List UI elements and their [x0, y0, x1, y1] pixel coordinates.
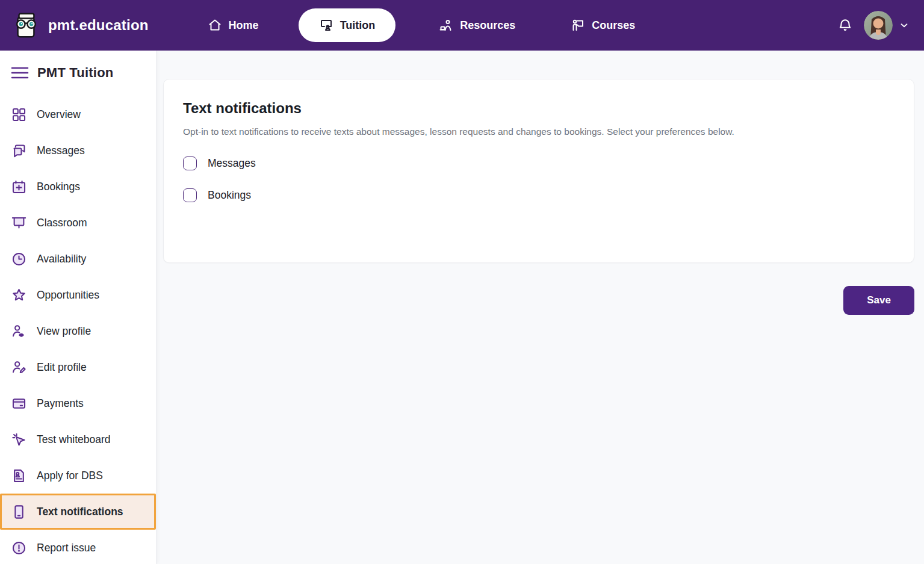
- sidebar-item-opportunities[interactable]: Opportunities: [0, 277, 156, 313]
- sidebar-item-label: View profile: [37, 325, 91, 338]
- sidebar-item-view-profile[interactable]: View profile: [0, 313, 156, 349]
- sidebar-item-apply-for-dbs[interactable]: Apply for DBS: [0, 457, 156, 494]
- chevron-down-icon[interactable]: [899, 20, 910, 31]
- nav-item-courses[interactable]: Courses: [555, 8, 651, 42]
- nav-item-tuition[interactable]: Tuition: [299, 8, 396, 42]
- brand[interactable]: pmt.education: [12, 11, 149, 39]
- sidebar-item-label: Bookings: [37, 181, 80, 193]
- text-notifications-card: Text notifications Opt-in to text notifi…: [163, 79, 914, 263]
- person-laptop-icon: [439, 18, 453, 33]
- grid-icon: [11, 107, 27, 123]
- sidebar-item-classroom[interactable]: Classroom: [0, 205, 156, 241]
- save-button[interactable]: Save: [843, 286, 914, 315]
- sidebar-item-bookings[interactable]: Bookings: [0, 169, 156, 205]
- sidebar-item-availability[interactable]: Availability: [0, 241, 156, 277]
- user-avatar[interactable]: [864, 11, 893, 40]
- nav-item-resources[interactable]: Resources: [423, 8, 531, 42]
- messages-checkbox-row: Messages: [183, 156, 895, 170]
- presenter-board-icon: [571, 18, 585, 33]
- sidebar-item-label: Messages: [37, 144, 85, 157]
- top-navbar: pmt.education Home Tuition Resources: [0, 0, 924, 51]
- sidebar-item-label: Overview: [37, 108, 81, 121]
- sidebar-item-test-whiteboard[interactable]: Test whiteboard: [0, 421, 156, 457]
- sidebar-item-label: Edit profile: [37, 361, 87, 374]
- nav-item-label: Resources: [460, 19, 515, 32]
- page-title: Text notifications: [183, 100, 895, 117]
- chat-bubbles-icon: [11, 143, 27, 159]
- sidebar-item-label: Test whiteboard: [37, 433, 111, 446]
- sidebar-item-label: Classroom: [37, 217, 87, 229]
- save-row: Save: [163, 286, 914, 315]
- sidebar-title: PMT Tuition: [37, 65, 113, 81]
- nav-item-home[interactable]: Home: [192, 8, 274, 42]
- bookings-checkbox-row: Bookings: [183, 188, 895, 202]
- bookings-checkbox-label: Bookings: [208, 189, 251, 202]
- projector-screen-icon: [11, 215, 27, 231]
- main-content: Text notifications Opt-in to text notifi…: [157, 51, 924, 564]
- sidebar-item-label: Text notifications: [37, 506, 123, 518]
- credit-card-icon: [11, 395, 27, 412]
- cursor-sparkle-icon: [11, 432, 27, 448]
- bookings-checkbox[interactable]: [183, 188, 197, 202]
- sidebar-item-label: Report issue: [37, 542, 96, 554]
- sidebar: PMT Tuition Overview Messages Bookings: [0, 51, 157, 564]
- nav-item-label: Home: [229, 19, 259, 32]
- sidebar-item-overview[interactable]: Overview: [0, 96, 156, 132]
- phone-icon: [11, 504, 27, 520]
- hamburger-icon[interactable]: [11, 66, 29, 80]
- star-icon: [11, 287, 27, 303]
- calendar-plus-icon: [11, 179, 27, 195]
- navbar-right: [836, 11, 910, 40]
- home-icon: [208, 18, 222, 33]
- sidebar-item-messages[interactable]: Messages: [0, 132, 156, 169]
- sidebar-item-label: Opportunities: [37, 289, 99, 302]
- clock-icon: [11, 251, 27, 267]
- sidebar-item-label: Availability: [37, 253, 86, 265]
- nav-item-label: Courses: [592, 19, 635, 32]
- primary-nav: Home Tuition Resources: [192, 8, 675, 42]
- notification-bell-icon[interactable]: [836, 16, 854, 34]
- messages-checkbox[interactable]: [183, 156, 197, 170]
- person-eye-icon: [11, 323, 27, 339]
- nav-item-label: Tuition: [340, 19, 376, 32]
- sidebar-item-text-notifications[interactable]: Text notifications: [0, 494, 156, 530]
- sidebar-item-label: Payments: [37, 397, 84, 410]
- page-description: Opt-in to text notifications to receive …: [183, 126, 895, 137]
- brand-name: pmt.education: [48, 17, 149, 34]
- person-pencil-icon: [11, 359, 27, 376]
- exclamation-circle-icon: [11, 540, 27, 556]
- tuition-screen-icon: [319, 18, 333, 33]
- id-document-icon: [11, 468, 27, 484]
- user-menu[interactable]: [864, 11, 910, 40]
- messages-checkbox-label: Messages: [208, 157, 256, 170]
- sidebar-item-label: Apply for DBS: [37, 469, 103, 482]
- sidebar-header: PMT Tuition: [0, 51, 156, 96]
- sidebar-item-report-issue[interactable]: Report issue: [0, 530, 156, 564]
- sidebar-item-edit-profile[interactable]: Edit profile: [0, 349, 156, 385]
- brand-logo-icon: [12, 11, 40, 39]
- sidebar-item-payments[interactable]: Payments: [0, 385, 156, 421]
